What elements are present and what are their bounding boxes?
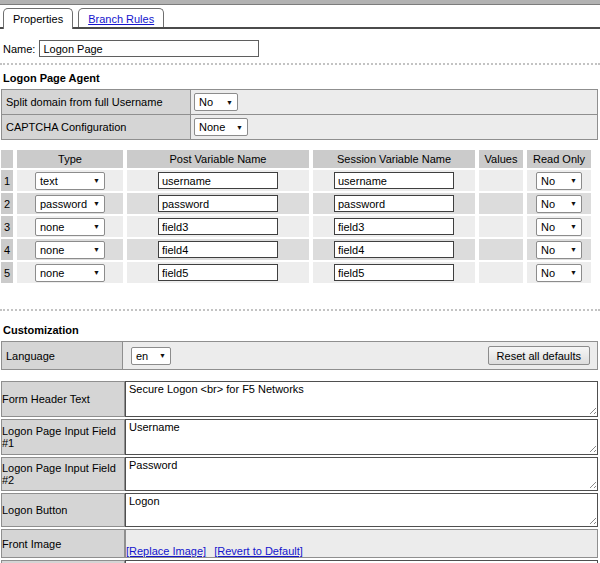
type-select[interactable]: none ▼ [35, 241, 105, 259]
post-variable-input[interactable] [158, 218, 278, 235]
read-only-select-value: No [541, 267, 555, 279]
chevron-down-icon: ▼ [570, 177, 577, 184]
front-image-label: Front Image [1, 529, 125, 558]
captcha-select[interactable]: None ▼ [194, 118, 248, 136]
form-header-text-label: Form Header Text [1, 381, 125, 417]
logon-input-field-2-label: Logon Page Input Field #2 [1, 457, 125, 491]
type-select-value: text [40, 175, 58, 187]
form-header-text-textarea[interactable]: Secure Logon <br> for F5 Networks [125, 381, 598, 417]
name-row: Name: [3, 40, 600, 57]
reset-all-defaults-button[interactable]: Reset all defaults [488, 346, 590, 365]
tab-properties[interactable]: Properties [3, 8, 73, 29]
header-values: Values [479, 150, 523, 168]
row-number: 1 [1, 170, 13, 191]
values-cell [479, 262, 523, 283]
row-number: 2 [1, 193, 13, 214]
read-only-select[interactable]: No ▼ [536, 241, 582, 259]
read-only-select[interactable]: No ▼ [536, 195, 582, 213]
replace-image-link[interactable]: [Replace Image] [126, 545, 206, 557]
type-select[interactable]: none ▼ [35, 264, 105, 282]
header-read-only: Read Only [527, 150, 591, 168]
chevron-down-icon: ▼ [226, 99, 233, 106]
customization-section-title: Customization [3, 324, 600, 336]
section-separator [0, 63, 600, 65]
split-domain-label: Split domain from full Username [2, 90, 191, 115]
table-row: 1 text ▼ No ▼ [1, 170, 591, 191]
table-row: 3 none ▼ No ▼ [1, 216, 591, 237]
type-select-value: password [40, 198, 87, 210]
chevron-down-icon: ▼ [570, 200, 577, 207]
values-cell [479, 193, 523, 214]
row-number: 3 [1, 216, 13, 237]
table-row: Logon Button Logon [1, 493, 598, 527]
header-row-num [1, 150, 13, 168]
values-cell [479, 170, 523, 191]
table-row: CAPTCHA Configuration None ▼ [2, 115, 598, 140]
post-variable-input[interactable] [158, 172, 278, 189]
post-variable-input[interactable] [158, 195, 278, 212]
split-domain-select-value: No [199, 96, 213, 108]
logon-input-field-2-textarea[interactable]: Password [125, 457, 598, 491]
tab-properties-label: Properties [13, 13, 63, 25]
post-variable-input[interactable] [158, 241, 278, 258]
chevron-down-icon: ▼ [570, 246, 577, 253]
logon-input-field-1-textarea[interactable]: Username [125, 419, 598, 455]
tab-branch-rules-label: Branch Rules [88, 13, 154, 25]
header-post-variable: Post Variable Name [127, 150, 309, 168]
header-type: Type [17, 150, 123, 168]
session-variable-input[interactable] [334, 218, 454, 235]
read-only-select[interactable]: No ▼ [536, 218, 582, 236]
table-row: 4 none ▼ No ▼ [1, 239, 591, 260]
logon-fields-table: Type Post Variable Name Session Variable… [0, 148, 595, 285]
customization-fields-table: Form Header Text Secure Logon <br> for F… [1, 379, 598, 563]
name-label: Name: [3, 43, 35, 55]
tab-bar: Properties Branch Rules [0, 8, 600, 29]
tab-branch-rules[interactable]: Branch Rules [78, 8, 164, 29]
logon-input-field-1-label: Logon Page Input Field #1 [1, 419, 125, 455]
session-variable-input[interactable] [334, 241, 454, 258]
table-header-row: Type Post Variable Name Session Variable… [1, 150, 591, 168]
read-only-select[interactable]: No ▼ [536, 172, 582, 190]
values-cell [479, 239, 523, 260]
header-session-variable: Session Variable Name [313, 150, 475, 168]
name-input[interactable] [39, 40, 259, 57]
read-only-select-value: No [541, 244, 555, 256]
revert-to-default-link[interactable]: [Revert to Default] [214, 545, 303, 557]
row-number: 4 [1, 239, 13, 260]
session-variable-input[interactable] [334, 172, 454, 189]
post-variable-input[interactable] [158, 264, 278, 281]
chevron-down-icon: ▼ [93, 177, 100, 184]
split-domain-select[interactable]: No ▼ [194, 93, 238, 111]
table-row: Logon Page Input Field #1 Username [1, 419, 598, 455]
chevron-down-icon: ▼ [570, 269, 577, 276]
type-select[interactable]: text ▼ [35, 172, 105, 190]
chevron-down-icon: ▼ [93, 269, 100, 276]
table-row: 2 password ▼ No ▼ [1, 193, 591, 214]
type-select-value: none [40, 267, 64, 279]
window-top-strip [0, 0, 600, 5]
type-select[interactable]: none ▼ [35, 218, 105, 236]
table-row: 5 none ▼ No ▼ [1, 262, 591, 283]
read-only-select-value: No [541, 221, 555, 233]
tab-bar-divider [0, 27, 600, 29]
language-select[interactable]: en ▼ [131, 347, 171, 365]
type-select-value: none [40, 221, 64, 233]
language-select-value: en [136, 350, 148, 362]
session-variable-input[interactable] [334, 264, 454, 281]
logon-button-textarea[interactable]: Logon [125, 493, 598, 527]
chevron-down-icon: ▼ [159, 352, 166, 359]
row-number: 5 [1, 262, 13, 283]
language-table: Language en ▼ Reset all defaults [1, 341, 598, 370]
table-row: Front Image [Replace Image] [Revert to D… [1, 529, 598, 558]
type-select[interactable]: password ▼ [35, 195, 105, 213]
read-only-select-value: No [541, 198, 555, 210]
chevron-down-icon: ▼ [93, 200, 100, 207]
session-variable-input[interactable] [334, 195, 454, 212]
read-only-select[interactable]: No ▼ [536, 264, 582, 282]
agent-settings-table: Split domain from full Username No ▼ CAP… [1, 89, 598, 140]
captcha-label: CAPTCHA Configuration [2, 115, 191, 140]
chevron-down-icon: ▼ [236, 124, 243, 131]
chevron-down-icon: ▼ [93, 246, 100, 253]
logon-button-label: Logon Button [1, 493, 125, 527]
language-label: Language [2, 342, 123, 370]
